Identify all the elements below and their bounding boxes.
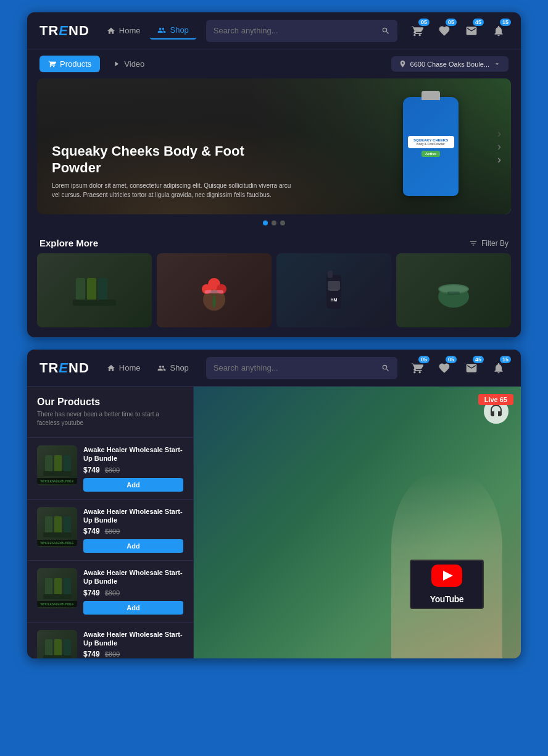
logo-2[interactable]: TREND <box>39 360 89 376</box>
bell-icon-2 <box>492 362 505 374</box>
svg-rect-26 <box>54 578 62 595</box>
product-grid-1: HM <box>27 253 521 337</box>
explore-header-1: Explore More Filter By <box>27 232 521 253</box>
headphones-icon <box>489 404 504 419</box>
live-badge: Live 65 <box>478 394 513 405</box>
product-info-2: Awake Healer Wholesale Start-Up Bundle $… <box>83 507 183 553</box>
add-btn-3[interactable]: Add <box>83 601 183 615</box>
svg-rect-27 <box>64 578 71 595</box>
product-img-2 <box>37 507 77 547</box>
add-btn-1[interactable]: Add <box>83 478 183 492</box>
svg-rect-3 <box>73 300 116 306</box>
svg-rect-20 <box>43 471 72 476</box>
svg-rect-17 <box>45 455 52 472</box>
explore-title-1: Explore More <box>39 238 98 248</box>
product-card-1[interactable] <box>37 253 152 327</box>
wishlist-badge-1: 05 <box>446 19 457 26</box>
svg-rect-8 <box>205 290 223 293</box>
price-new-4: $749 <box>83 650 100 658</box>
price-new-3: $749 <box>83 589 100 597</box>
price-new-2: $749 <box>83 527 100 536</box>
svg-rect-19 <box>64 455 71 472</box>
search-icon-1 <box>381 27 390 35</box>
second-card: TREND Home Shop 05 05 <box>27 350 521 658</box>
cart-btn-1[interactable]: 05 <box>407 21 427 41</box>
svg-rect-2 <box>98 278 107 303</box>
price-new-1: $749 <box>83 466 100 474</box>
nav-shop-1[interactable]: Shop <box>150 22 196 40</box>
svg-rect-11 <box>328 281 340 290</box>
product-item-3: Awake Healer Wholesale Start-Up Bundle $… <box>27 560 193 622</box>
svg-rect-1 <box>87 278 96 303</box>
product-name-1: Awake Healer Wholesale Start-Up Bundle <box>83 445 183 463</box>
svg-rect-16 <box>447 292 460 295</box>
wishlist-btn-1[interactable]: 05 <box>434 21 454 41</box>
tab-products-1[interactable]: Products <box>39 56 100 72</box>
cart-badge-1: 05 <box>418 19 430 26</box>
svg-rect-22 <box>54 516 62 534</box>
bell-btn-2[interactable]: 15 <box>489 358 509 378</box>
product-card-4[interactable] <box>396 253 511 327</box>
filter-btn-1[interactable]: Filter By <box>469 239 509 248</box>
product-card-2[interactable] <box>157 253 272 327</box>
product-img-svg-item-2 <box>42 511 73 542</box>
cart-icon-2 <box>411 362 423 374</box>
nav-shop-2[interactable]: Shop <box>150 359 196 376</box>
nav-home-label-2: Home <box>119 363 141 372</box>
cart-icon-1 <box>411 25 423 37</box>
first-card: TREND Home Shop 05 05 <box>27 12 521 337</box>
sidebar-title: Our Products <box>37 397 183 408</box>
mail-badge-1: 45 <box>473 19 484 26</box>
search-bar-1 <box>206 20 397 42</box>
dot-1[interactable] <box>263 220 268 225</box>
product-img-3 <box>37 568 77 608</box>
mail-btn-2[interactable]: 45 <box>462 358 481 378</box>
product-card-3[interactable]: HM <box>276 253 391 327</box>
product-img-svg-item-1 <box>42 450 73 481</box>
search-input-1[interactable] <box>214 26 381 35</box>
svg-rect-10 <box>328 271 333 278</box>
dot-2[interactable] <box>272 220 276 225</box>
product-img-4 <box>37 630 77 658</box>
product-info-1: Awake Healer Wholesale Start-Up Bundle $… <box>83 445 183 492</box>
price-old-4: $800 <box>105 650 120 658</box>
header-2: TREND Home Shop 05 05 <box>27 350 521 387</box>
cart-btn-2[interactable]: 05 <box>407 358 427 378</box>
svg-rect-21 <box>45 516 52 534</box>
wishlist-badge-2: 05 <box>446 356 457 363</box>
svg-rect-29 <box>45 639 52 657</box>
product-img-svg-item-4 <box>42 634 73 658</box>
product-thumb-4 <box>396 253 511 327</box>
bell-btn-1[interactable]: 15 <box>489 21 509 41</box>
cart-badge-2: 05 <box>418 356 430 363</box>
dot-3[interactable] <box>280 220 285 225</box>
mail-icon-1 <box>465 25 478 37</box>
banner-title-1: Squeaky Cheeks Body & Foot Powder <box>52 143 296 176</box>
laptop-screen: YouTube <box>410 560 484 609</box>
home-icon-1 <box>107 27 115 35</box>
nav-home-label-1: Home <box>119 26 141 35</box>
product-name-4: Awake Healer Wholesale Start-Up Bundle <box>83 630 183 648</box>
location-text-1: 6600 Chase Oaks Boule... <box>410 61 489 68</box>
tab-group-1: Products Video <box>39 56 153 72</box>
sidebar-header: Our Products There has never been a bett… <box>27 387 193 437</box>
nav-home-1[interactable]: Home <box>99 22 148 39</box>
banner-content-1: Squeaky Cheeks Body & Foot Powder Lorem … <box>37 128 511 214</box>
tab-video-1[interactable]: Video <box>104 56 153 72</box>
bell-icon-1 <box>492 25 505 37</box>
location-btn-1[interactable]: 6600 Chase Oaks Boule... <box>391 56 509 72</box>
shop-icon-2 <box>157 364 166 372</box>
heart-icon-2 <box>438 362 450 374</box>
mail-btn-1[interactable]: 45 <box>462 21 481 41</box>
products-sidebar: Our Products There has never been a bett… <box>27 387 194 658</box>
product-thumb-3: HM <box>276 253 391 327</box>
nav-home-2[interactable]: Home <box>99 359 148 376</box>
product-img-svg-3: HM <box>309 266 359 315</box>
add-btn-2[interactable]: Add <box>83 539 183 553</box>
product-name-3: Awake Healer Wholesale Start-Up Bundle <box>83 568 183 586</box>
shop-icon-1 <box>157 26 166 35</box>
logo-1[interactable]: TREND <box>39 23 89 39</box>
wishlist-btn-2[interactable]: 05 <box>434 358 454 378</box>
search-input-2[interactable] <box>214 363 381 372</box>
video-thumbnail[interactable]: YouTube <box>194 387 521 658</box>
